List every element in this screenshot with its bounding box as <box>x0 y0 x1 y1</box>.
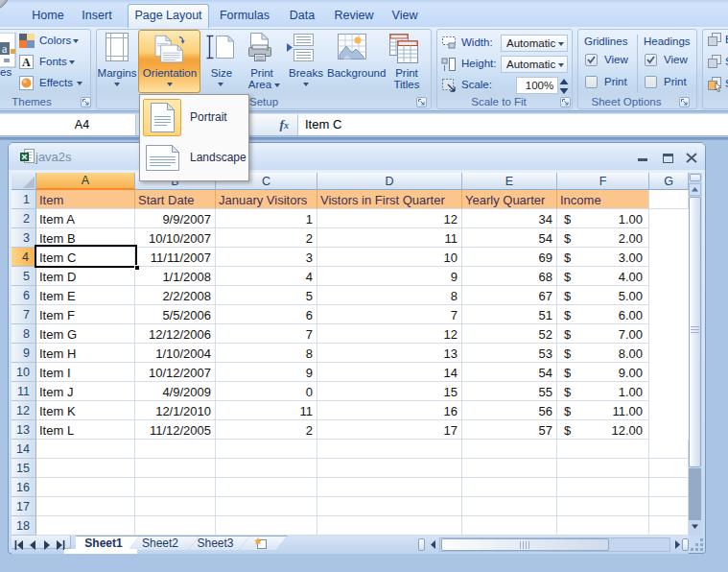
svg-text:A: A <box>22 56 31 69</box>
svg-text:a: a <box>2 42 8 56</box>
